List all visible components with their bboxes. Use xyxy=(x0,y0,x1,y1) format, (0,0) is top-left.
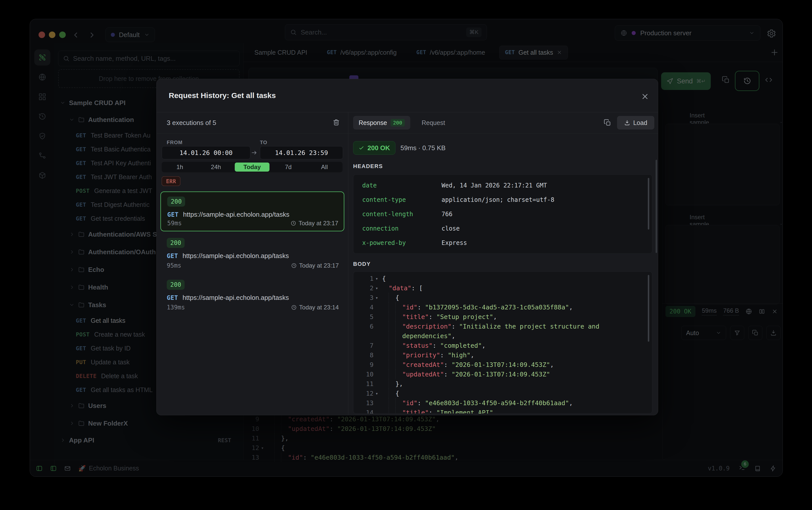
code-text: "status": "completed", xyxy=(382,341,486,350)
code-line: 14"title": "Implement API", xyxy=(358,408,652,414)
method-label: GET xyxy=(167,211,179,218)
indent-guide xyxy=(389,379,395,389)
line-number: 13 xyxy=(358,399,373,407)
json-punct: : xyxy=(440,351,448,359)
code-text: { xyxy=(382,293,399,302)
line-number: 12 xyxy=(358,390,373,397)
copy-icon[interactable] xyxy=(604,119,611,126)
indent-guide xyxy=(382,398,389,408)
panel-scrollbar[interactable] xyxy=(656,160,657,253)
filter-chip-err[interactable]: ERR xyxy=(162,176,180,186)
execution-status-badge: 200 xyxy=(167,197,185,207)
indent-guide xyxy=(382,283,389,293)
json-string: "2026-01-13T07:14:09.453Z" xyxy=(452,371,550,378)
load-button[interactable]: Load xyxy=(617,116,654,130)
indent-guide xyxy=(389,360,395,369)
json-string: "Implement API" xyxy=(436,409,493,414)
indent-guide xyxy=(382,389,389,398)
range-1h[interactable]: 1h xyxy=(162,162,198,172)
code-line: 8"priority": "high", xyxy=(358,350,652,360)
fold-caret[interactable]: ▾ xyxy=(373,285,380,291)
clock-icon xyxy=(291,263,297,268)
clock-icon xyxy=(291,305,297,310)
line-number: 7 xyxy=(358,342,373,349)
code-text: }, xyxy=(382,379,403,389)
indent-guide xyxy=(389,389,395,398)
json-key: "title" xyxy=(402,313,429,320)
code-text: "id": "e46e803d-1033-4f50-a594-b2ff40b61… xyxy=(382,398,573,408)
json-punct: , xyxy=(493,313,497,320)
body-scrollbar[interactable] xyxy=(648,275,649,342)
clock-icon xyxy=(291,221,296,226)
execution-status-badge: 200 xyxy=(167,238,185,248)
execution-status-badge: 200 xyxy=(167,280,185,290)
code-line: 2▾"data": [ xyxy=(358,283,652,293)
header-value: close xyxy=(442,225,460,232)
code-text: "priority": "high", xyxy=(382,350,474,360)
execution-time-label: Today at 23:14 xyxy=(299,304,339,311)
from-label: FROM xyxy=(167,140,183,145)
line-number: 11 xyxy=(358,380,373,388)
line-number: 8 xyxy=(358,351,373,359)
header-key: connection xyxy=(353,225,442,232)
from-date-value: 14.01.26 00:00 xyxy=(180,149,233,157)
indent-guide xyxy=(382,408,389,414)
tab-request[interactable]: Request xyxy=(422,116,445,130)
json-punct: { xyxy=(382,275,386,282)
indent-guide xyxy=(395,408,402,414)
indent-guide xyxy=(389,302,395,312)
indent-guide xyxy=(382,360,389,369)
line-number: 10 xyxy=(358,371,373,378)
json-string: "e46e803d-1033-4f50-a594-b2ff40b61aad" xyxy=(425,399,569,407)
indent-guide xyxy=(395,302,402,312)
header-key: x-powered-by xyxy=(353,239,442,247)
headers-scrollbar[interactable] xyxy=(648,178,649,230)
trash-icon[interactable] xyxy=(332,118,340,126)
json-key: "updatedAt" xyxy=(402,371,444,378)
execution-url-row: GEThttps://sample-api.echolon.app/tasks xyxy=(167,211,290,219)
to-date-input[interactable]: 14.01.26 23:59 xyxy=(260,146,343,159)
json-punct: , xyxy=(569,399,573,407)
indent-guide xyxy=(382,331,389,341)
code-line: 10"updatedAt": "2026-01-13T07:14:09.453Z… xyxy=(358,369,652,379)
range-all[interactable]: All xyxy=(306,162,342,172)
range-active-pill: Today xyxy=(235,163,270,172)
code-text: { xyxy=(382,274,386,283)
code-text: { xyxy=(382,389,399,398)
method-label: GET xyxy=(167,253,178,259)
json-key: "status" xyxy=(402,342,432,349)
code-line: 13"id": "e46e803d-1033-4f50-a594-b2ff40b… xyxy=(358,398,652,408)
header-value: 766 xyxy=(442,211,452,218)
line-number: 4 xyxy=(358,304,373,311)
code-text: "id": "b1372095-5d3c-4ad5-a273-1c05a035f… xyxy=(382,302,573,312)
range-24h[interactable]: 24h xyxy=(198,162,234,172)
execution-card[interactable]: 200GEThttps://sample-api.echolon.app/tas… xyxy=(160,192,344,231)
indent-guide xyxy=(382,312,389,321)
load-label: Load xyxy=(633,119,647,126)
tab-response[interactable]: Response 200 xyxy=(353,116,410,130)
fold-caret[interactable]: ▾ xyxy=(373,295,380,300)
modal-close-button[interactable] xyxy=(641,92,649,101)
fold-caret[interactable]: ▾ xyxy=(373,276,380,281)
json-punct: : [ xyxy=(411,284,423,292)
code-line: 12▾{ xyxy=(358,389,652,398)
execution-duration: 139ms xyxy=(167,304,185,311)
json-punct: : xyxy=(452,323,459,330)
json-punct: : xyxy=(444,371,452,378)
line-number: 6 xyxy=(358,323,373,330)
json-key: "description" xyxy=(402,323,452,330)
execution-card[interactable]: 200GEThttps://sample-api.echolon.app/tas… xyxy=(160,275,344,315)
json-punct: , xyxy=(550,361,554,368)
fold-caret[interactable]: ▾ xyxy=(373,391,380,396)
range-today[interactable]: Today xyxy=(234,162,270,172)
response-body-editor[interactable]: 1▾{2▾"data": [3▾{4"id": "b1372095-5d3c-4… xyxy=(353,272,652,414)
indent-guide xyxy=(389,369,395,379)
json-string: "2026-01-13T07:14:09.453Z" xyxy=(452,361,550,368)
from-date-input[interactable]: 14.01.26 00:00 xyxy=(162,146,250,159)
code-text: "createdAt": "2026-01-13T07:14:09.453Z", xyxy=(382,360,554,369)
execution-card[interactable]: 200GEThttps://sample-api.echolon.app/tas… xyxy=(160,233,344,273)
json-string: "b1372095-5d3c-4ad5-a273-1c05a035f88a" xyxy=(425,304,569,311)
header-row: dateWed, 14 Jan 2026 22:17:21 GMT xyxy=(353,178,652,193)
range-7d[interactable]: 7d xyxy=(270,162,306,172)
indent-guide xyxy=(395,331,402,341)
